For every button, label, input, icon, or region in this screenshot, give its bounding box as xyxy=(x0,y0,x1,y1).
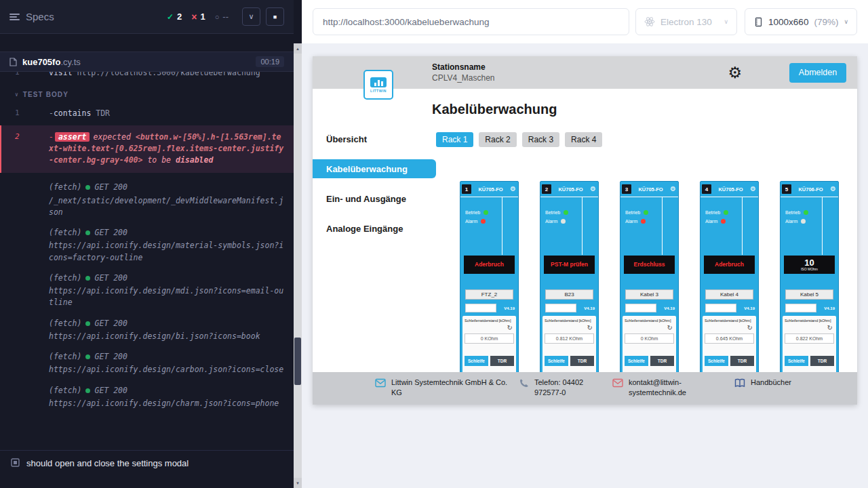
scrollbar-inner[interactable] xyxy=(294,54,302,478)
command-name: contains xyxy=(54,108,91,118)
footer-manuals[interactable]: Handbücher xyxy=(734,378,791,388)
fetch-label: (fetch) xyxy=(49,385,81,396)
check-icon: ✓ xyxy=(167,12,174,22)
refresh-icon[interactable]: ↻ xyxy=(827,325,833,331)
rack-tab[interactable]: Rack 2 xyxy=(479,132,516,147)
viewport-select[interactable]: 1000x660 (79%) ∨ xyxy=(745,8,857,35)
status-text: Erdschluss xyxy=(634,262,665,268)
reporter-scrollbar: ▲ ▼ xyxy=(294,0,302,488)
station-label: Stationsname xyxy=(432,62,495,72)
resistance-label: Schleifenwiderstand [kOhm] xyxy=(785,319,834,323)
schleife-button[interactable]: Schleife xyxy=(625,356,648,366)
scrollbar-track[interactable]: ▲ ▼ xyxy=(294,43,302,488)
status-ok-dot-icon xyxy=(85,321,90,326)
contains-command-row[interactable]: 1-contains TDR xyxy=(0,108,294,119)
browser-select[interactable]: Electron 130 ∨ xyxy=(635,8,737,35)
status-text: Aderbruch xyxy=(475,262,504,268)
schleife-button[interactable]: Schleife xyxy=(705,356,728,366)
refresh-icon[interactable]: ↻ xyxy=(587,325,593,331)
spec-file-header[interactable]: kue705fo.cy.ts 00:19 xyxy=(0,52,294,72)
url-input[interactable] xyxy=(313,8,629,35)
nav-item[interactable]: Ein- und Ausgänge xyxy=(313,189,432,208)
tdr-button[interactable]: TDR xyxy=(650,356,674,366)
fetch-log-row[interactable]: (fetch) GET 200 https://api.iconify.desi… xyxy=(0,318,294,343)
card-header: 3 KÜ705-FO ⚙ xyxy=(620,182,678,197)
cable-name-field[interactable]: Kabel 5 xyxy=(785,289,833,300)
stop-run-button[interactable]: ■ xyxy=(266,7,284,26)
scrollbar-thumb[interactable] xyxy=(294,338,301,385)
tdr-button[interactable]: TDR xyxy=(810,356,834,366)
test-body-section-toggle[interactable]: ∨ TEST BODY xyxy=(0,89,294,100)
fetch-url: /_next/static/development/_devMiddleware… xyxy=(49,195,284,219)
section-label: TEST BODY xyxy=(23,89,68,100)
card-gear-icon[interactable]: ⚙ xyxy=(590,186,596,192)
nav-item[interactable]: Kabelüberwachung xyxy=(313,159,436,178)
fetch-head: (fetch) GET 200 xyxy=(49,385,284,396)
schleife-button[interactable]: Schleife xyxy=(785,356,808,366)
next-test-row[interactable]: should open and close the settings modal xyxy=(0,450,294,488)
footer-phone[interactable]: Telefon: 04402 972577-0 xyxy=(519,378,612,398)
card-gear-icon[interactable]: ⚙ xyxy=(670,186,676,192)
betrieb-indicator: Betrieb xyxy=(540,210,598,215)
nav-item[interactable]: Analoge Eingänge xyxy=(313,219,432,238)
fetch-label: (fetch) xyxy=(49,318,81,329)
station-info: Stationsname CPLV4_Maschen xyxy=(432,62,495,83)
resistance-panel: Schleifenwiderstand [kOhm] ↻ 0.822 KOhm … xyxy=(783,316,836,372)
command-arg-url: http://localhost:3000/kabelueberwachung xyxy=(77,72,260,77)
fetch-status: GET 200 xyxy=(94,227,127,239)
fetch-log-row[interactable]: (fetch) GET 200 https://api.iconify.desi… xyxy=(0,351,294,376)
scroll-down-button[interactable]: ▼ xyxy=(294,478,302,488)
collapse-all-button[interactable]: ∨ xyxy=(242,7,260,26)
device-card: 3 KÜ705-FO ⚙ Betrieb Alarm xyxy=(620,181,679,372)
fetch-log-row[interactable]: (fetch) GET 200 https://api.iconify.desi… xyxy=(0,227,294,264)
rack-tab[interactable]: Rack 3 xyxy=(522,132,559,147)
status-display: Aderbruch xyxy=(704,256,755,274)
rack-tab[interactable]: Rack 1 xyxy=(436,132,473,147)
card-gear-icon[interactable]: ⚙ xyxy=(830,186,836,192)
logout-button[interactable]: Abmelden xyxy=(789,63,846,83)
refresh-icon[interactable]: ↻ xyxy=(667,325,673,331)
card-gear-icon[interactable]: ⚙ xyxy=(750,186,756,192)
version-label: V4.19 xyxy=(584,306,595,310)
card-gear-icon[interactable]: ⚙ xyxy=(510,186,516,192)
email-address: kontakt@littwin-systemtechnik.de xyxy=(629,378,710,398)
version-row: V4.19 xyxy=(545,304,595,312)
fetch-log-row[interactable]: (fetch) GET 200 https://api.iconify.desi… xyxy=(0,385,294,410)
spec-file-icon xyxy=(9,58,17,66)
betrieb-indicator: Betrieb xyxy=(620,210,678,215)
cable-name-field[interactable]: B23 xyxy=(545,289,593,300)
nav-item[interactable]: Übersicht xyxy=(313,129,432,148)
footer-email[interactable]: kontakt@littwin-systemtechnik.de xyxy=(612,378,734,398)
card-number-badge: 1 xyxy=(462,184,471,194)
card-buttons: Schleife TDR xyxy=(785,356,834,366)
logo-bar xyxy=(374,83,376,86)
fetch-log-row[interactable]: (fetch) GET 200 /_next/static/developmen… xyxy=(0,182,294,218)
refresh-icon[interactable]: ↻ xyxy=(747,325,753,331)
page-title: Kabelüberwachung xyxy=(432,102,857,117)
tdr-button[interactable]: TDR xyxy=(570,356,594,366)
pending-count: -- xyxy=(222,12,229,22)
cable-name-field[interactable]: Kabel 3 xyxy=(625,289,673,300)
viewport-zoom: (79%) xyxy=(814,17,838,27)
settings-gear-icon[interactable]: ⚙ xyxy=(728,65,742,81)
rack-tab[interactable]: Rack 4 xyxy=(565,132,602,147)
version-row: V4.19 xyxy=(785,304,835,312)
visit-command-row[interactable]: 1 visit http://localhost:3000/kabelueber… xyxy=(0,72,294,79)
resistance-label: Schleifenwiderstand [kOhm] xyxy=(545,319,594,323)
status-display: Erdschluss xyxy=(624,256,675,274)
scroll-up-icon: ▲ xyxy=(296,47,300,51)
schleife-button[interactable]: Schleife xyxy=(465,356,488,366)
cable-name-field[interactable]: FTZ_2 xyxy=(465,289,513,300)
specs-list-icon xyxy=(9,13,20,21)
tdr-button[interactable]: TDR xyxy=(490,356,514,366)
scroll-up-button[interactable]: ▲ xyxy=(294,43,302,54)
specs-menu-button[interactable]: Specs xyxy=(9,11,54,22)
cable-name-field[interactable]: Kabel 4 xyxy=(705,289,753,300)
schleife-button[interactable]: Schleife xyxy=(545,356,568,366)
refresh-icon[interactable]: ↻ xyxy=(507,325,513,331)
cross-icon: × xyxy=(191,12,197,22)
spec-extension: .cy.ts xyxy=(60,57,80,67)
failed-assert-row[interactable]: 2-assertexpected <button.w-[50%].h-[1.56… xyxy=(0,125,294,174)
tdr-button[interactable]: TDR xyxy=(730,356,754,366)
fetch-log-row[interactable]: (fetch) GET 200 https://api.iconify.desi… xyxy=(0,272,294,309)
